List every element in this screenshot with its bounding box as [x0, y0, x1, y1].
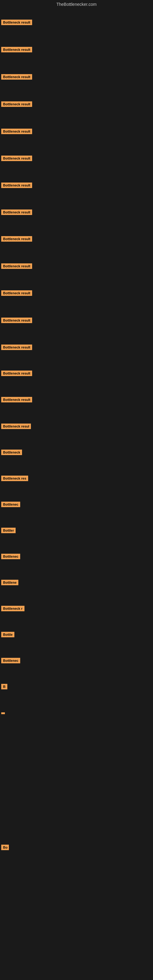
bottleneck-badge[interactable]: Bottlenec: [1, 554, 20, 559]
bottleneck-badge[interactable]: Bottler: [1, 528, 16, 533]
bottleneck-badge[interactable]: Bottleneck resul: [1, 423, 31, 429]
bottleneck-row: Bottlenec: [1, 502, 20, 508]
bottleneck-row: Bottleneck r: [1, 606, 24, 612]
bottleneck-badge[interactable]: B: [1, 684, 7, 689]
bottleneck-row: Bottleneck result: [1, 47, 32, 54]
bottleneck-badge[interactable]: [1, 712, 5, 714]
bottleneck-badge[interactable]: Bottleneck result: [1, 210, 32, 215]
bottleneck-badge[interactable]: Bottleneck r: [1, 606, 24, 611]
bottleneck-row: Bottleneck result: [1, 345, 32, 351]
bottleneck-badge[interactable]: Bottleneck result: [1, 263, 32, 269]
bottleneck-badge[interactable]: Bottlenec: [1, 658, 20, 663]
bottleneck-row: Bottleneck result: [1, 20, 32, 26]
bottleneck-row: Bottleneck result: [1, 290, 32, 297]
bottleneck-row: Bottleneck result: [1, 236, 32, 243]
bottleneck-row: Bottlene: [1, 580, 18, 587]
bottleneck-row: [1, 710, 5, 715]
bottleneck-row: Bottleneck result: [1, 183, 32, 189]
bottleneck-badge[interactable]: Bottleneck result: [1, 236, 32, 242]
bottleneck-row: B: [1, 684, 7, 690]
bottleneck-badge[interactable]: Bottlene: [1, 580, 18, 585]
bottleneck-badge[interactable]: Bottleneck result: [1, 74, 32, 80]
bottleneck-badge[interactable]: Bottleneck result: [1, 371, 32, 376]
bottleneck-badge[interactable]: Bottleneck result: [1, 101, 32, 107]
bottleneck-row: Bottleneck result: [1, 74, 32, 81]
bottleneck-row: Bottleneck result: [1, 129, 32, 135]
bottleneck-badge[interactable]: Bottleneck result: [1, 20, 32, 25]
bottleneck-badge[interactable]: Bottleneck result: [1, 47, 32, 52]
bottleneck-row: Bottle: [1, 632, 14, 638]
bottleneck-row: Bottlenec: [1, 554, 20, 560]
bottleneck-badge[interactable]: Bottle: [1, 632, 14, 637]
bottleneck-row: Bottleneck result: [1, 397, 32, 404]
bottleneck-row: Bottleneck result: [1, 101, 32, 108]
bottleneck-badge[interactable]: Bottleneck result: [1, 156, 32, 161]
bottleneck-row: Bo: [1, 845, 9, 851]
bottleneck-row: Bottlenec: [1, 658, 20, 665]
bottleneck-badge[interactable]: Bo: [1, 845, 9, 850]
bottleneck-badge[interactable]: Bottleneck result: [1, 183, 32, 188]
bottleneck-badge[interactable]: Bottleneck result: [1, 129, 32, 134]
bottleneck-badge[interactable]: Bottleneck: [1, 450, 22, 455]
site-title: TheBottlenecker.com: [0, 0, 153, 9]
bottleneck-badge[interactable]: Bottleneck result: [1, 397, 32, 402]
bottleneck-badge[interactable]: Bottlenec: [1, 502, 20, 507]
bottleneck-badge[interactable]: Bottleneck res: [1, 476, 28, 481]
bottleneck-row: Bottleneck result: [1, 263, 32, 270]
bottleneck-badge[interactable]: Bottleneck result: [1, 318, 32, 323]
bottleneck-badge[interactable]: Bottleneck result: [1, 290, 32, 296]
bottleneck-row: Bottleneck result: [1, 156, 32, 162]
bottleneck-row: Bottleneck result: [1, 210, 32, 216]
bottleneck-row: Bottleneck result: [1, 318, 32, 324]
bottleneck-row: Bottleneck resul: [1, 423, 31, 430]
bottleneck-row: Bottleneck: [1, 450, 22, 456]
bottleneck-badge[interactable]: Bottleneck result: [1, 345, 32, 350]
bottleneck-row: Bottler: [1, 528, 16, 535]
bottleneck-row: Bottleneck result: [1, 371, 32, 377]
bottleneck-row: Bottleneck res: [1, 476, 28, 482]
